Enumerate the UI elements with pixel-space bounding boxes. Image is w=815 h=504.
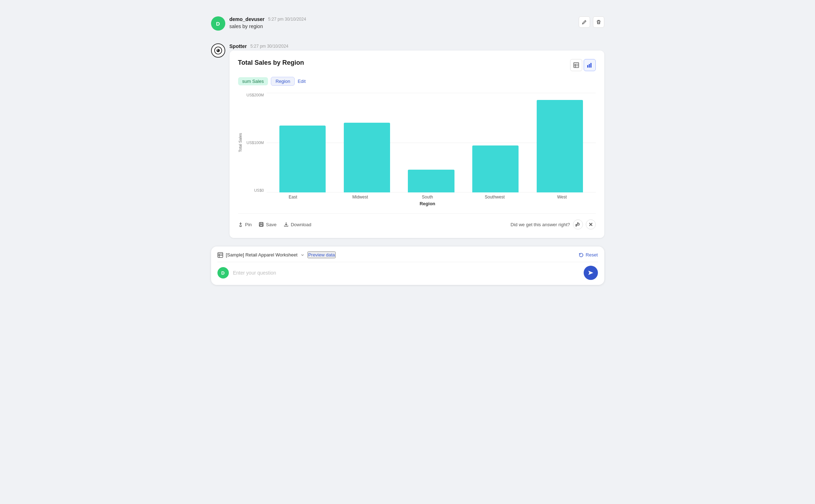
message-header: demo_devuser 5:27 pm 30/10/2024: [230, 16, 604, 22]
spotter-message: Spotter 5:27 pm 30/10/2024 Total Sales b…: [211, 43, 604, 238]
svg-rect-12: [260, 225, 263, 226]
download-button[interactable]: Download: [284, 222, 311, 227]
feedback-area: Did we get this answer right?: [511, 219, 596, 229]
input-area: [Sample] Retail Apparel Worksheet Previe…: [211, 246, 604, 285]
chart-view-button[interactable]: [584, 59, 596, 71]
bar-rect[interactable]: [537, 100, 583, 192]
spotter-avatar: [211, 43, 225, 58]
datasource-bar: [Sample] Retail Apparel Worksheet Previe…: [217, 251, 598, 262]
chart-footer: Pin Save: [238, 213, 596, 229]
x-label: Midwest: [327, 192, 394, 200]
datasource-icon: [217, 252, 223, 258]
bar-rect[interactable]: [279, 126, 326, 192]
user-message-text: sales by region: [230, 23, 604, 29]
footer-actions: Pin Save: [238, 222, 311, 227]
chart-header: Total Sales by Region: [238, 59, 596, 71]
user-message: D demo_devuser 5:27 pm 30/10/2024 sales …: [211, 11, 604, 36]
delete-message-button[interactable]: [593, 16, 604, 28]
svg-rect-3: [574, 63, 579, 68]
bar-column: [270, 93, 335, 192]
user-avatar: D: [211, 16, 225, 31]
thumbs-down-button[interactable]: [586, 219, 596, 229]
view-toggle: [570, 59, 596, 71]
svg-rect-8: [589, 64, 590, 68]
edit-message-button[interactable]: [579, 16, 590, 28]
datasource-name: [Sample] Retail Apparel Worksheet: [226, 252, 298, 258]
reset-button[interactable]: Reset: [579, 252, 598, 258]
save-button[interactable]: Save: [259, 222, 277, 227]
question-input-row: D: [217, 266, 598, 280]
question-input[interactable]: [233, 270, 579, 276]
chart-tags: sum Sales Region Edit: [238, 77, 596, 86]
reset-icon: [579, 253, 584, 258]
bar-rect[interactable]: [472, 145, 519, 192]
x-label: South: [394, 192, 461, 200]
edit-chart-button[interactable]: Edit: [298, 79, 305, 84]
send-button[interactable]: [584, 266, 598, 280]
y-tick-bottom: US$0: [254, 188, 264, 192]
x-labels: EastMidwestSouthSouthwestWest: [238, 192, 596, 200]
dimension-tag: Region: [271, 77, 295, 86]
chevron-down-icon: [300, 253, 305, 257]
feedback-text: Did we get this answer right?: [511, 222, 570, 227]
svg-point-2: [217, 49, 218, 51]
x-axis-title: Region: [238, 201, 596, 206]
table-view-button[interactable]: [570, 59, 582, 71]
svg-point-1: [216, 49, 220, 52]
bar-rect[interactable]: [408, 170, 454, 192]
user-timestamp: 5:27 pm 30/10/2024: [268, 17, 306, 22]
preview-data-button[interactable]: Preview data: [307, 251, 336, 258]
bar-rect[interactable]: [344, 123, 390, 192]
svg-rect-7: [587, 65, 588, 68]
bars-row: [267, 93, 595, 192]
y-tick-top: US$200M: [247, 93, 264, 97]
svg-rect-11: [260, 223, 262, 224]
metric-tag: sum Sales: [238, 77, 268, 85]
y-axis-label: Total Sales: [238, 133, 242, 152]
bar-column: [399, 93, 463, 192]
spotter-content: Spotter 5:27 pm 30/10/2024 Total Sales b…: [230, 43, 604, 238]
message-body: demo_devuser 5:27 pm 30/10/2024 sales by…: [230, 16, 604, 29]
bars-area: [267, 93, 595, 192]
bar-column: [528, 93, 592, 192]
chart-title: Total Sales by Region: [238, 59, 304, 67]
datasource-button[interactable]: [Sample] Retail Apparel Worksheet: [226, 252, 305, 258]
x-label: Southwest: [461, 192, 529, 200]
spotter-name: Spotter: [230, 43, 247, 49]
spotter-timestamp: 5:27 pm 30/10/2024: [251, 44, 289, 49]
svg-rect-15: [218, 253, 223, 258]
input-user-avatar: D: [217, 267, 229, 278]
chart-card: Total Sales by Region: [230, 51, 604, 238]
x-label: West: [529, 192, 596, 200]
chart-plot: Total Sales US$200M US$100M US$0: [238, 93, 596, 192]
x-label: East: [259, 192, 327, 200]
y-axis-ticks: US$200M US$100M US$0: [247, 93, 267, 192]
bar-column: [463, 93, 528, 192]
spotter-header: Spotter 5:27 pm 30/10/2024: [230, 43, 604, 49]
bar-column: [335, 93, 399, 192]
svg-rect-9: [590, 63, 591, 68]
pin-button[interactable]: Pin: [238, 222, 252, 227]
y-tick-mid: US$100M: [247, 140, 264, 145]
thumbs-up-button[interactable]: [573, 219, 583, 229]
send-icon: [588, 270, 594, 276]
username: demo_devuser: [230, 16, 265, 22]
message-actions: [579, 16, 604, 28]
chart-visualization: Total Sales US$200M US$100M US$0: [238, 93, 596, 206]
